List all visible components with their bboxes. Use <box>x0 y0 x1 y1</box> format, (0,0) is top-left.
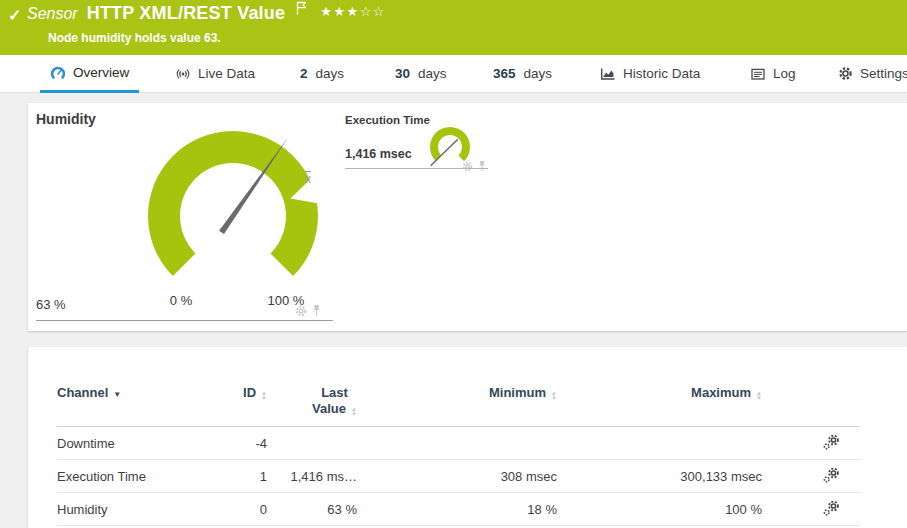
channel-name: Humidity <box>57 493 227 526</box>
title-row: Sensor HTTP XML/REST Value ★★★☆☆ <box>27 3 386 24</box>
column-label: Value <box>312 401 346 416</box>
humidity-tile-divider <box>36 320 333 321</box>
star-icon[interactable]: ☆ <box>373 4 386 19</box>
tab-365-days[interactable]: 365 days <box>483 55 562 92</box>
channel-last-value: 1,416 ms… <box>267 460 357 493</box>
star-icon[interactable]: ★ <box>333 4 346 19</box>
column-label: Last <box>321 385 348 400</box>
column-header-maximum[interactable]: Maximum▲▼ <box>557 375 762 427</box>
star-icon[interactable]: ☆ <box>360 4 373 19</box>
tab-2-days[interactable]: 2 days <box>290 55 354 92</box>
execution-time-gauge-title: Execution Time <box>345 114 430 126</box>
channel-id: -4 <box>227 427 267 460</box>
tab-settings[interactable]: Settings <box>828 55 907 92</box>
channel-name: Downtime <box>57 427 227 460</box>
sensor-title: HTTP XML/REST Value <box>87 3 286 24</box>
column-header-minimum[interactable]: Minimum▲▼ <box>357 375 557 427</box>
sort-icon: ▲▼ <box>551 391 557 401</box>
area-chart-icon <box>600 66 616 82</box>
tab-label: Settings <box>860 66 907 81</box>
gauge-pin-icon[interactable] <box>311 303 322 321</box>
log-list-icon <box>750 66 766 82</box>
tab-log[interactable]: Log <box>740 55 806 92</box>
humidity-gauge <box>133 116 333 316</box>
gauge-pin-icon[interactable] <box>477 158 487 176</box>
average-marker-label: x <box>305 172 311 186</box>
execution-time-tile-divider <box>345 168 488 169</box>
channel-maximum: 300,133 msec <box>557 460 762 493</box>
status-check-icon: ✓ <box>8 6 21 25</box>
humidity-current-value: 63 % <box>36 297 66 312</box>
humidity-gauge-title: Humidity <box>36 111 96 127</box>
tab-label: days <box>418 66 447 81</box>
channel-minimum: 308 msec <box>357 460 557 493</box>
table-row-execution-time: Execution Time 1 1,416 ms… 308 msec 300,… <box>57 460 860 493</box>
column-header-id[interactable]: ID▲▼ <box>227 375 267 427</box>
channel-id: 1 <box>227 460 267 493</box>
execution-time-current-value: 1,416 msec <box>345 147 412 161</box>
sorted-desc-icon: ▼ <box>113 390 121 399</box>
channel-minimum: 18 % <box>357 493 557 526</box>
live-broadcast-icon <box>175 66 191 82</box>
tab-day-number: 2 <box>300 66 308 81</box>
channel-last-value <box>267 427 357 460</box>
sort-icon: ▲▼ <box>351 407 357 417</box>
channel-settings-gears-icon[interactable] <box>823 434 840 453</box>
channel-settings-gears-icon[interactable] <box>823 467 840 486</box>
table-header-row: Channel▼ ID▲▼ Last Value▲▼ Minimum▲▼ Max… <box>57 375 860 427</box>
priority-stars[interactable]: ★★★☆☆ <box>320 4 386 19</box>
channel-maximum <box>557 427 762 460</box>
channels-table: Channel▼ ID▲▼ Last Value▲▼ Minimum▲▼ Max… <box>57 375 860 526</box>
tab-label: Live Data <box>198 66 255 81</box>
gauge-settings-gear-icon[interactable] <box>295 303 307 321</box>
channels-table-panel: Channel▼ ID▲▼ Last Value▲▼ Minimum▲▼ Max… <box>28 347 907 528</box>
channel-last-value: 63 % <box>267 493 357 526</box>
tab-day-number: 365 <box>493 66 516 81</box>
sort-icon: ▲▼ <box>756 391 762 401</box>
sensor-status-banner: ✓ Sensor HTTP XML/REST Value ★★★☆☆ Node … <box>0 0 907 55</box>
tab-label: Historic Data <box>623 66 700 81</box>
tab-historic-data[interactable]: Historic Data <box>590 55 710 92</box>
channel-name: Execution Time <box>57 460 227 493</box>
tab-live-data[interactable]: Live Data <box>165 55 265 92</box>
star-icon[interactable]: ★ <box>347 4 360 19</box>
tab-label: Overview <box>73 65 129 80</box>
channel-settings-gears-icon[interactable] <box>823 500 840 519</box>
sensor-status-message: Node humidity holds value 63. <box>48 31 221 45</box>
tab-30-days[interactable]: 30 days <box>385 55 457 92</box>
overview-gauges-panel: Humidity x 0 % 100 % 63 % Execution Time… <box>28 103 907 331</box>
object-kind-label: Sensor <box>27 5 78 23</box>
gauge-min-label: 0 % <box>156 293 206 308</box>
column-label: Channel <box>57 385 108 400</box>
gauge-max-label: 100 % <box>256 293 316 308</box>
tab-bar: Overview Live Data 2 days 30 days 365 da… <box>0 55 907 93</box>
priority-flag-icon[interactable] <box>295 1 308 20</box>
tab-label: days <box>524 66 553 81</box>
column-label: Maximum <box>691 385 751 400</box>
sort-icon: ▲▼ <box>261 391 267 401</box>
gauge-icon <box>50 65 66 81</box>
gauge-settings-gear-icon[interactable] <box>462 158 473 176</box>
column-header-actions <box>762 375 860 427</box>
channel-minimum <box>357 427 557 460</box>
star-icon[interactable]: ★ <box>320 4 333 19</box>
column-label: Minimum <box>489 385 546 400</box>
tab-label: Log <box>773 66 796 81</box>
gear-icon <box>838 66 853 81</box>
tab-label: days <box>316 66 345 81</box>
tab-day-number: 30 <box>395 66 410 81</box>
table-row-humidity: Humidity 0 63 % 18 % 100 % <box>57 493 860 526</box>
column-label: ID <box>243 385 256 400</box>
tab-overview[interactable]: Overview <box>40 55 139 93</box>
channel-maximum: 100 % <box>557 493 762 526</box>
column-header-channel[interactable]: Channel▼ <box>57 375 227 427</box>
table-row-downtime: Downtime -4 <box>57 427 860 460</box>
channel-id: 0 <box>227 493 267 526</box>
column-header-last-value[interactable]: Last Value▲▼ <box>267 375 357 427</box>
